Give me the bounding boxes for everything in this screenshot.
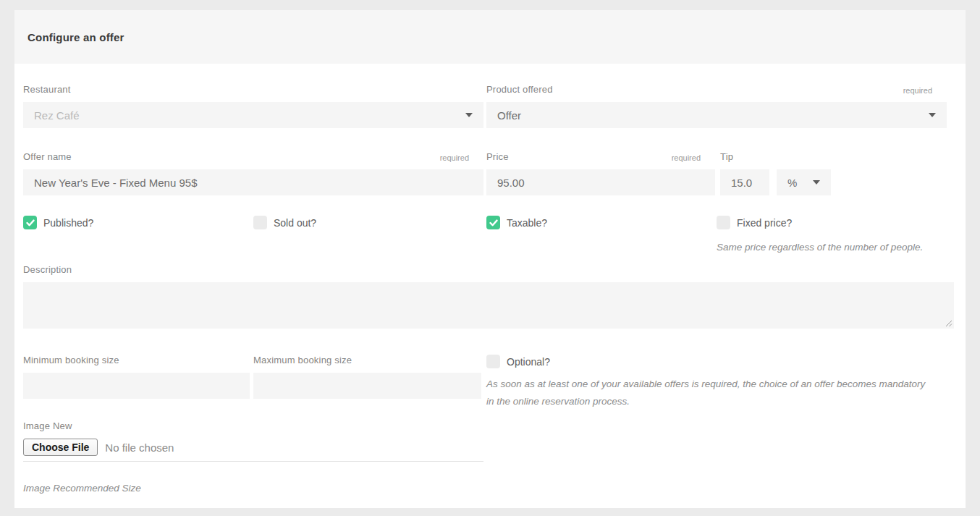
product-offered-label: Product offered <box>486 84 553 95</box>
sold-out-checkbox-field[interactable]: Sold out? <box>253 216 486 229</box>
restaurant-label: Restaurant <box>23 84 71 95</box>
optional-checkbox[interactable] <box>486 355 500 368</box>
tip-input[interactable] <box>720 169 769 195</box>
optional-field-group: Optional? As soon as at least one of you… <box>486 354 954 410</box>
taxable-label: Taxable? <box>507 217 547 229</box>
min-booking-label: Minimum booking size <box>23 355 119 365</box>
offer-name-input[interactable] <box>23 169 483 195</box>
image-new-label: Image New <box>23 420 72 431</box>
published-checkbox-field[interactable]: Published? <box>23 216 253 229</box>
fixed-price-label: Fixed price? <box>737 217 792 229</box>
offer-name-label: Offer name <box>23 151 72 162</box>
page-title: Configure an offer <box>28 31 124 43</box>
product-offered-selected-value: Offer <box>497 109 929 122</box>
restaurant-selected-value: Rez Café <box>34 109 465 122</box>
max-booking-label: Maximum booking size <box>253 355 352 365</box>
file-input-row: Choose File No file chosen <box>23 439 483 462</box>
taxable-checkbox-field[interactable]: Taxable? <box>486 216 717 229</box>
min-booking-input[interactable] <box>23 373 250 399</box>
min-booking-field-group: Minimum booking size <box>23 354 250 410</box>
image-field-group: Image New Choose File No file chosen <box>23 420 483 462</box>
price-input[interactable] <box>486 169 715 195</box>
taxable-checkbox[interactable] <box>486 216 500 229</box>
optional-hint: As soon as at least one of your availabl… <box>486 376 932 410</box>
required-badge: required <box>672 153 715 162</box>
description-label: Description <box>23 264 72 275</box>
max-booking-field-group: Maximum booking size <box>253 354 481 410</box>
check-icon <box>26 219 35 227</box>
fixed-price-checkbox[interactable] <box>717 216 730 229</box>
sold-out-checkbox[interactable] <box>253 216 267 229</box>
max-booking-input[interactable] <box>253 373 481 399</box>
chevron-down-icon <box>813 180 820 185</box>
optional-label: Optional? <box>507 356 550 368</box>
tip-label: Tip <box>720 151 733 162</box>
product-offered-select[interactable]: Offer <box>486 102 947 128</box>
published-checkbox[interactable] <box>23 216 37 229</box>
resize-handle-icon[interactable] <box>945 320 952 327</box>
tip-field-group: Tip % <box>720 151 831 195</box>
description-textarea[interactable] <box>23 282 954 329</box>
chevron-down-icon <box>929 113 936 117</box>
description-field-group: Description <box>23 263 954 329</box>
price-label: Price <box>486 151 509 162</box>
price-field-group: Price required <box>486 151 715 195</box>
offer-form: Restaurant Rez Café Product offered requ… <box>14 64 966 508</box>
required-badge: required <box>440 153 483 162</box>
image-recommended-size-hint: Image Recommended Size <box>23 482 954 495</box>
card-header: Configure an offer <box>14 10 966 64</box>
optional-checkbox-field[interactable]: Optional? <box>486 355 954 368</box>
tip-unit-value: % <box>787 177 813 189</box>
chevron-down-icon <box>465 113 473 117</box>
restaurant-field-group: Restaurant Rez Café <box>23 83 483 128</box>
fixed-price-hint: Same price regardless of the number of p… <box>717 241 954 254</box>
configure-offer-card: Configure an offer Restaurant Rez Café P… <box>14 10 966 508</box>
check-icon <box>489 219 498 227</box>
fixed-price-checkbox-field[interactable]: Fixed price? <box>717 216 954 229</box>
choose-file-button[interactable]: Choose File <box>23 439 98 456</box>
offer-name-field-group: Offer name required <box>23 151 483 195</box>
sold-out-label: Sold out? <box>274 217 316 229</box>
tip-unit-select[interactable]: % <box>777 169 831 195</box>
file-chosen-status: No file chosen <box>105 441 174 454</box>
restaurant-select[interactable]: Rez Café <box>23 102 483 128</box>
published-label: Published? <box>43 217 93 229</box>
required-badge: required <box>903 86 947 95</box>
product-offered-field-group: Product offered required Offer <box>486 83 947 128</box>
